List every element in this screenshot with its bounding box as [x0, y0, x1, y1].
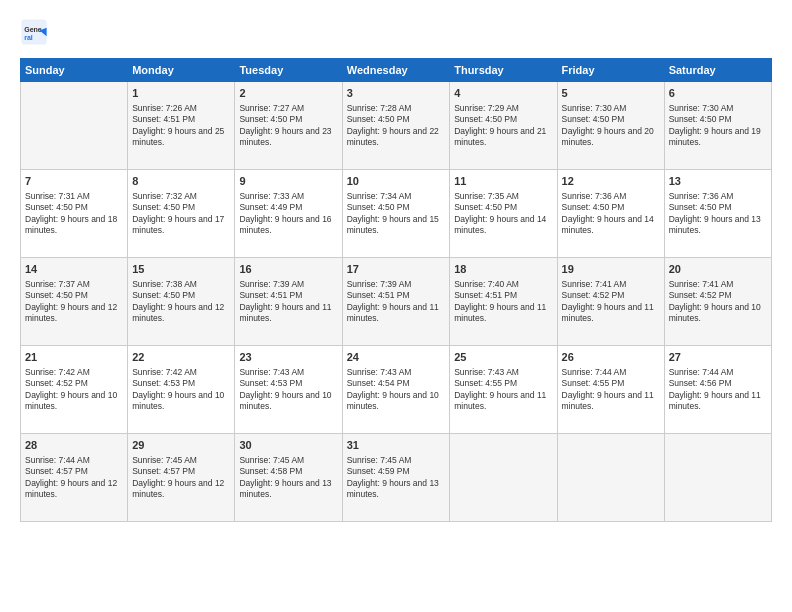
- calendar-cell: 30Sunrise: 7:45 AMSunset: 4:58 PMDayligh…: [235, 434, 342, 522]
- day-info: Sunrise: 7:30 AMSunset: 4:50 PMDaylight:…: [669, 103, 767, 149]
- day-info: Sunrise: 7:41 AMSunset: 4:52 PMDaylight:…: [562, 279, 660, 325]
- calendar-week-5: 28Sunrise: 7:44 AMSunset: 4:57 PMDayligh…: [21, 434, 772, 522]
- day-number: 8: [132, 174, 230, 189]
- day-info: Sunrise: 7:45 AMSunset: 4:58 PMDaylight:…: [239, 455, 337, 501]
- day-info: Sunrise: 7:43 AMSunset: 4:55 PMDaylight:…: [454, 367, 552, 413]
- calendar-cell: 17Sunrise: 7:39 AMSunset: 4:51 PMDayligh…: [342, 258, 449, 346]
- calendar-cell: 2Sunrise: 7:27 AMSunset: 4:50 PMDaylight…: [235, 82, 342, 170]
- day-info: Sunrise: 7:33 AMSunset: 4:49 PMDaylight:…: [239, 191, 337, 237]
- day-number: 17: [347, 262, 445, 277]
- day-number: 15: [132, 262, 230, 277]
- day-number: 12: [562, 174, 660, 189]
- day-info: Sunrise: 7:39 AMSunset: 4:51 PMDaylight:…: [347, 279, 445, 325]
- calendar-cell: 15Sunrise: 7:38 AMSunset: 4:50 PMDayligh…: [128, 258, 235, 346]
- calendar-cell: 18Sunrise: 7:40 AMSunset: 4:51 PMDayligh…: [450, 258, 557, 346]
- day-info: Sunrise: 7:35 AMSunset: 4:50 PMDaylight:…: [454, 191, 552, 237]
- calendar-cell: 1Sunrise: 7:26 AMSunset: 4:51 PMDaylight…: [128, 82, 235, 170]
- day-info: Sunrise: 7:42 AMSunset: 4:52 PMDaylight:…: [25, 367, 123, 413]
- calendar-cell: 19Sunrise: 7:41 AMSunset: 4:52 PMDayligh…: [557, 258, 664, 346]
- day-number: 20: [669, 262, 767, 277]
- day-number: 9: [239, 174, 337, 189]
- day-number: 4: [454, 86, 552, 101]
- calendar-cell: 24Sunrise: 7:43 AMSunset: 4:54 PMDayligh…: [342, 346, 449, 434]
- day-number: 10: [347, 174, 445, 189]
- calendar-cell: 12Sunrise: 7:36 AMSunset: 4:50 PMDayligh…: [557, 170, 664, 258]
- day-info: Sunrise: 7:32 AMSunset: 4:50 PMDaylight:…: [132, 191, 230, 237]
- calendar-week-3: 14Sunrise: 7:37 AMSunset: 4:50 PMDayligh…: [21, 258, 772, 346]
- day-number: 28: [25, 438, 123, 453]
- day-number: 30: [239, 438, 337, 453]
- calendar-cell: 5Sunrise: 7:30 AMSunset: 4:50 PMDaylight…: [557, 82, 664, 170]
- day-info: Sunrise: 7:31 AMSunset: 4:50 PMDaylight:…: [25, 191, 123, 237]
- day-info: Sunrise: 7:44 AMSunset: 4:56 PMDaylight:…: [669, 367, 767, 413]
- day-info: Sunrise: 7:36 AMSunset: 4:50 PMDaylight:…: [669, 191, 767, 237]
- day-info: Sunrise: 7:30 AMSunset: 4:50 PMDaylight:…: [562, 103, 660, 149]
- day-number: 1: [132, 86, 230, 101]
- day-info: Sunrise: 7:26 AMSunset: 4:51 PMDaylight:…: [132, 103, 230, 149]
- day-info: Sunrise: 7:27 AMSunset: 4:50 PMDaylight:…: [239, 103, 337, 149]
- calendar-cell: 10Sunrise: 7:34 AMSunset: 4:50 PMDayligh…: [342, 170, 449, 258]
- day-number: 5: [562, 86, 660, 101]
- page-header: Gene- ral: [20, 18, 772, 46]
- day-number: 21: [25, 350, 123, 365]
- day-info: Sunrise: 7:44 AMSunset: 4:55 PMDaylight:…: [562, 367, 660, 413]
- calendar-cell: 8Sunrise: 7:32 AMSunset: 4:50 PMDaylight…: [128, 170, 235, 258]
- calendar-cell: [21, 82, 128, 170]
- weekday-header-saturday: Saturday: [664, 59, 771, 82]
- day-info: Sunrise: 7:40 AMSunset: 4:51 PMDaylight:…: [454, 279, 552, 325]
- calendar-cell: 9Sunrise: 7:33 AMSunset: 4:49 PMDaylight…: [235, 170, 342, 258]
- calendar-cell: 22Sunrise: 7:42 AMSunset: 4:53 PMDayligh…: [128, 346, 235, 434]
- day-number: 23: [239, 350, 337, 365]
- weekday-header-row: SundayMondayTuesdayWednesdayThursdayFrid…: [21, 59, 772, 82]
- day-info: Sunrise: 7:34 AMSunset: 4:50 PMDaylight:…: [347, 191, 445, 237]
- calendar-cell: 25Sunrise: 7:43 AMSunset: 4:55 PMDayligh…: [450, 346, 557, 434]
- calendar-cell: 14Sunrise: 7:37 AMSunset: 4:50 PMDayligh…: [21, 258, 128, 346]
- day-info: Sunrise: 7:45 AMSunset: 4:59 PMDaylight:…: [347, 455, 445, 501]
- day-number: 19: [562, 262, 660, 277]
- calendar-cell: 31Sunrise: 7:45 AMSunset: 4:59 PMDayligh…: [342, 434, 449, 522]
- calendar-cell: 16Sunrise: 7:39 AMSunset: 4:51 PMDayligh…: [235, 258, 342, 346]
- day-info: Sunrise: 7:42 AMSunset: 4:53 PMDaylight:…: [132, 367, 230, 413]
- day-number: 3: [347, 86, 445, 101]
- calendar-cell: 4Sunrise: 7:29 AMSunset: 4:50 PMDaylight…: [450, 82, 557, 170]
- weekday-header-thursday: Thursday: [450, 59, 557, 82]
- calendar-cell: 21Sunrise: 7:42 AMSunset: 4:52 PMDayligh…: [21, 346, 128, 434]
- weekday-header-sunday: Sunday: [21, 59, 128, 82]
- logo-icon: Gene- ral: [20, 18, 48, 46]
- calendar-cell: 23Sunrise: 7:43 AMSunset: 4:53 PMDayligh…: [235, 346, 342, 434]
- weekday-header-wednesday: Wednesday: [342, 59, 449, 82]
- calendar-cell: 7Sunrise: 7:31 AMSunset: 4:50 PMDaylight…: [21, 170, 128, 258]
- day-number: 29: [132, 438, 230, 453]
- calendar-cell: 28Sunrise: 7:44 AMSunset: 4:57 PMDayligh…: [21, 434, 128, 522]
- day-info: Sunrise: 7:28 AMSunset: 4:50 PMDaylight:…: [347, 103, 445, 149]
- calendar-week-1: 1Sunrise: 7:26 AMSunset: 4:51 PMDaylight…: [21, 82, 772, 170]
- calendar-cell: 13Sunrise: 7:36 AMSunset: 4:50 PMDayligh…: [664, 170, 771, 258]
- day-info: Sunrise: 7:41 AMSunset: 4:52 PMDaylight:…: [669, 279, 767, 325]
- day-number: 24: [347, 350, 445, 365]
- svg-text:ral: ral: [24, 34, 33, 41]
- weekday-header-tuesday: Tuesday: [235, 59, 342, 82]
- calendar-week-2: 7Sunrise: 7:31 AMSunset: 4:50 PMDaylight…: [21, 170, 772, 258]
- day-info: Sunrise: 7:43 AMSunset: 4:53 PMDaylight:…: [239, 367, 337, 413]
- day-number: 14: [25, 262, 123, 277]
- calendar-cell: 11Sunrise: 7:35 AMSunset: 4:50 PMDayligh…: [450, 170, 557, 258]
- calendar-cell: 26Sunrise: 7:44 AMSunset: 4:55 PMDayligh…: [557, 346, 664, 434]
- day-number: 16: [239, 262, 337, 277]
- day-number: 31: [347, 438, 445, 453]
- day-number: 25: [454, 350, 552, 365]
- calendar-cell: 29Sunrise: 7:45 AMSunset: 4:57 PMDayligh…: [128, 434, 235, 522]
- calendar-cell: 3Sunrise: 7:28 AMSunset: 4:50 PMDaylight…: [342, 82, 449, 170]
- day-number: 11: [454, 174, 552, 189]
- day-number: 18: [454, 262, 552, 277]
- day-info: Sunrise: 7:44 AMSunset: 4:57 PMDaylight:…: [25, 455, 123, 501]
- logo: Gene- ral: [20, 18, 52, 46]
- day-info: Sunrise: 7:43 AMSunset: 4:54 PMDaylight:…: [347, 367, 445, 413]
- day-info: Sunrise: 7:29 AMSunset: 4:50 PMDaylight:…: [454, 103, 552, 149]
- weekday-header-friday: Friday: [557, 59, 664, 82]
- day-number: 22: [132, 350, 230, 365]
- day-info: Sunrise: 7:39 AMSunset: 4:51 PMDaylight:…: [239, 279, 337, 325]
- day-number: 7: [25, 174, 123, 189]
- weekday-header-monday: Monday: [128, 59, 235, 82]
- calendar-cell: [450, 434, 557, 522]
- day-number: 26: [562, 350, 660, 365]
